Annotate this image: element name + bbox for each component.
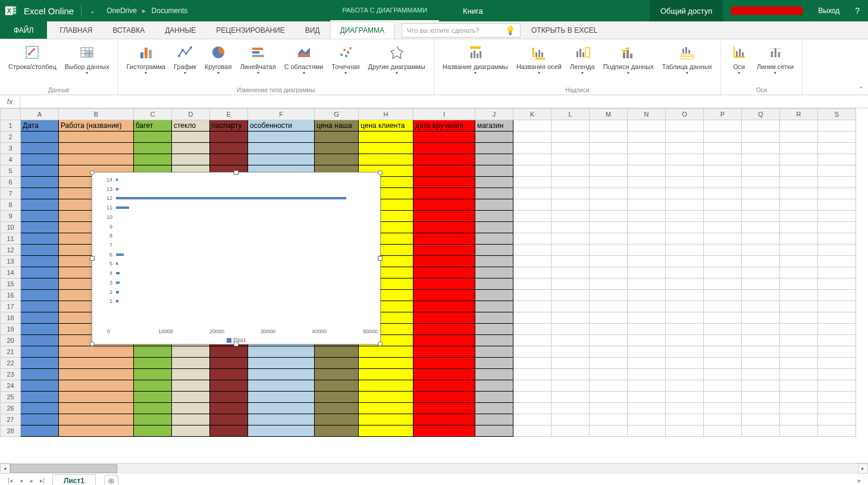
cell[interactable] (413, 132, 475, 143)
cell[interactable] (666, 380, 704, 392)
cell[interactable] (818, 256, 856, 267)
cell[interactable] (21, 222, 59, 233)
cell[interactable] (780, 211, 818, 222)
cell[interactable] (818, 245, 856, 256)
cell[interactable] (590, 414, 628, 425)
cell[interactable] (172, 154, 210, 165)
cell[interactable] (513, 233, 551, 245)
cell[interactable] (818, 312, 856, 324)
chart-type-line-button[interactable]: График▾ (170, 42, 200, 86)
cell[interactable] (248, 132, 315, 143)
cell[interactable] (315, 154, 359, 165)
cell[interactable] (666, 211, 704, 222)
cell[interactable] (628, 188, 666, 199)
cell[interactable] (628, 211, 666, 222)
cell[interactable] (172, 425, 210, 437)
cell[interactable] (628, 143, 666, 154)
cell[interactable] (551, 154, 590, 165)
cell[interactable] (21, 233, 59, 245)
cell[interactable] (513, 199, 551, 211)
cell[interactable] (551, 165, 590, 177)
cell[interactable] (666, 233, 704, 245)
cell[interactable] (248, 346, 315, 358)
cell[interactable] (513, 211, 551, 222)
cell[interactable] (628, 358, 666, 369)
cell[interactable] (742, 425, 780, 437)
cell[interactable] (413, 222, 475, 233)
cell[interactable] (704, 369, 742, 380)
tab-chart[interactable]: ДИАГРАММА (330, 21, 394, 39)
cell[interactable] (628, 154, 666, 165)
cell[interactable] (818, 358, 856, 369)
cell[interactable] (666, 369, 704, 380)
cell[interactable] (628, 301, 666, 312)
help-icon[interactable]: ? (847, 6, 868, 15)
cell[interactable] (742, 335, 780, 346)
col-header[interactable]: A (21, 109, 59, 120)
cell[interactable] (210, 143, 248, 154)
cell[interactable] (413, 177, 475, 188)
cell[interactable] (780, 380, 818, 392)
cell[interactable] (413, 425, 475, 437)
cell[interactable] (513, 177, 551, 188)
axes-button[interactable]: Оси▾ (726, 42, 752, 86)
cell[interactable] (551, 324, 590, 335)
row-header[interactable]: 10 (1, 222, 21, 233)
cell[interactable] (551, 132, 590, 143)
cell[interactable] (513, 279, 551, 290)
cell[interactable] (248, 380, 315, 392)
cell[interactable] (513, 380, 551, 392)
cell[interactable] (359, 425, 413, 437)
cell[interactable] (666, 403, 704, 414)
cell[interactable] (818, 369, 856, 380)
cell[interactable] (590, 324, 628, 335)
app-menu-caret-icon[interactable]: ⌄ (84, 8, 101, 14)
cell[interactable] (666, 414, 704, 425)
cell[interactable] (359, 369, 413, 380)
cell[interactable] (704, 301, 742, 312)
cell[interactable] (248, 369, 315, 380)
cell[interactable] (475, 335, 513, 346)
cell[interactable] (590, 392, 628, 403)
cell[interactable] (21, 403, 59, 414)
cell[interactable] (413, 324, 475, 335)
cell[interactable] (475, 132, 513, 143)
cell[interactable] (21, 165, 59, 177)
cell[interactable] (551, 143, 590, 154)
cell[interactable] (704, 256, 742, 267)
add-sheet-button[interactable]: ⊕ (104, 475, 118, 486)
cell[interactable] (666, 425, 704, 437)
cell[interactable] (704, 335, 742, 346)
cell[interactable] (780, 346, 818, 358)
cell[interactable] (742, 143, 780, 154)
cell[interactable] (590, 301, 628, 312)
cell[interactable]: магазин (475, 120, 513, 132)
cell[interactable] (704, 346, 742, 358)
cell[interactable] (21, 211, 59, 222)
cell[interactable] (666, 132, 704, 143)
row-header[interactable]: 9 (1, 211, 21, 222)
cell[interactable] (475, 211, 513, 222)
cell[interactable] (628, 312, 666, 324)
cell[interactable] (551, 369, 590, 380)
row-header[interactable]: 7 (1, 188, 21, 199)
col-header[interactable]: L (551, 109, 590, 120)
cell[interactable] (413, 279, 475, 290)
cell[interactable] (210, 392, 248, 403)
cell[interactable] (551, 211, 590, 222)
cell[interactable] (59, 143, 134, 154)
cell[interactable] (742, 358, 780, 369)
cell[interactable] (628, 414, 666, 425)
tab-view[interactable]: ВИД (295, 21, 330, 39)
cell[interactable] (551, 414, 590, 425)
cell[interactable] (475, 414, 513, 425)
cell[interactable] (628, 245, 666, 256)
cell[interactable] (590, 335, 628, 346)
cell[interactable] (666, 245, 704, 256)
cell[interactable] (628, 403, 666, 414)
cell[interactable]: цена клиента (359, 120, 413, 132)
cell[interactable] (315, 403, 359, 414)
cell[interactable] (780, 335, 818, 346)
cell[interactable] (666, 120, 704, 132)
cell[interactable] (704, 233, 742, 245)
